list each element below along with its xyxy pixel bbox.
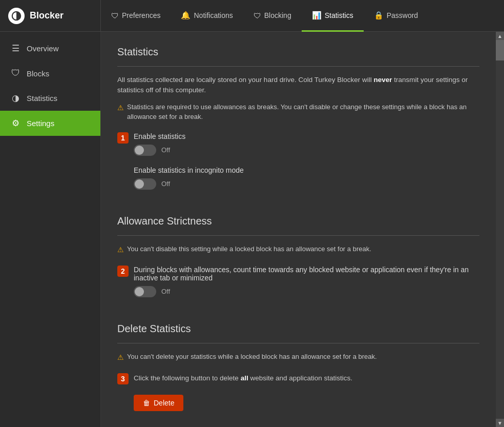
delete-content: Click the following button to delete all… [134,373,479,411]
delete-desc: Click the following button to delete all… [134,373,479,383]
tab-statistics[interactable]: 📊 Statistics [302,1,364,32]
scrollbar[interactable]: ▲ ▼ [496,32,504,427]
settings-icon: ⚙ [10,118,20,129]
scroll-track[interactable] [496,40,504,419]
scroll-thumb[interactable] [496,40,504,60]
top-nav: Blocker 🛡 Preferences 🔔 Notifications 🛡 … [0,0,504,32]
enable-statistics-incognito-toggle[interactable] [134,178,156,190]
sidebar-item-overview[interactable]: ☰ Overview [0,36,100,61]
logo-area: Blocker [0,0,101,31]
enable-statistics-toggle[interactable] [134,145,156,156]
tab-blocking[interactable]: 🛡 Blocking [243,1,302,32]
num-badge-3: 3 [117,373,129,384]
delete-title: Delete Statistics [117,323,479,335]
tab-notifications[interactable]: 🔔 Notifications [171,1,243,32]
setting3-value: Off [161,288,170,295]
setting1-block: Enable statistics Off [134,132,479,156]
allowance-section: Allowance Strictness ⚠ You can't disable… [117,215,479,308]
setting1-value: Off [161,146,170,154]
divider-3 [117,343,479,343]
password-icon: 🔒 [374,11,384,20]
delete-row: 3 Click the following button to delete a… [117,373,479,411]
scroll-down-button[interactable]: ▼ [496,419,504,427]
setting3-label: During blocks with allowances, count tim… [134,266,479,282]
scroll-up-button[interactable]: ▲ [496,32,504,40]
content-area: Statistics All statistics collected are … [101,32,496,427]
main-layout: ☰ Overview 🛡 Blocks ◑ Statistics ⚙ Setti… [0,32,504,427]
delete-button[interactable]: 🗑 Delete [134,395,183,411]
allowance-title: Allowance Strictness [117,215,479,227]
statistics-icon: 📊 [312,11,322,20]
setting1-row: 1 Enable statistics Off Enable statistic… [117,132,479,200]
setting3-toggle-row: Off [134,286,479,297]
divider-1 [117,66,479,67]
logo-icon [8,8,25,24]
sidebar-item-blocks[interactable]: 🛡 Blocks [0,61,100,86]
setting2-value: Off [161,180,170,188]
setting1-content: Enable statistics Off Enable statistics … [134,132,479,200]
sidebar-item-settings[interactable]: ⚙ Settings [0,111,100,136]
sidebar: ☰ Overview 🛡 Blocks ◑ Statistics ⚙ Setti… [0,32,101,427]
warning-2: ⚠ You can't disable this setting while a… [117,244,479,255]
notifications-icon: 🔔 [181,11,191,20]
delete-section: Delete Statistics ⚠ You can't delete you… [117,323,479,411]
blocks-icon: 🛡 [10,68,20,78]
tab-preferences[interactable]: 🛡 Preferences [101,1,171,32]
count-inactive-toggle[interactable] [134,286,156,297]
setting1-label: Enable statistics [134,132,479,140]
blocking-icon: 🛡 [254,11,261,20]
setting3-block: During blocks with allowances, count tim… [134,266,479,297]
overview-icon: ☰ [10,43,20,54]
setting2-label: Enable statistics in incognito mode [134,166,479,174]
app-name: Blocker [30,10,64,21]
setting3-row: 2 During blocks with allowances, count t… [117,266,479,308]
page-title: Statistics [117,46,479,58]
sidebar-item-statistics[interactable]: ◑ Statistics [0,86,100,111]
trash-icon: 🗑 [143,399,150,407]
nav-tabs: 🛡 Preferences 🔔 Notifications 🛡 Blocking… [101,0,428,31]
warning-3: ⚠ You can't delete your statistics while… [117,352,479,363]
tab-password[interactable]: 🔒 Password [364,1,428,32]
setting2-block: Enable statistics in incognito mode Off [134,166,479,190]
statistics-side-icon: ◑ [10,93,20,104]
warning-icon-1: ⚠ [117,103,124,113]
warning-icon-2: ⚠ [117,245,124,255]
warning-icon-3: ⚠ [117,352,124,363]
setting2-toggle-row: Off [134,178,479,190]
info-text: All statistics collected are locally sto… [117,75,479,96]
warning-1: ⚠ Statistics are required to use allowan… [117,102,479,122]
num-badge-2: 2 [117,266,129,277]
statistics-section: Statistics All statistics collected are … [117,46,479,200]
divider-2 [117,235,479,236]
setting3-content: During blocks with allowances, count tim… [134,266,479,308]
preferences-icon: 🛡 [111,11,119,20]
setting1-toggle-row: Off [134,145,479,156]
num-badge-1: 1 [117,132,129,144]
